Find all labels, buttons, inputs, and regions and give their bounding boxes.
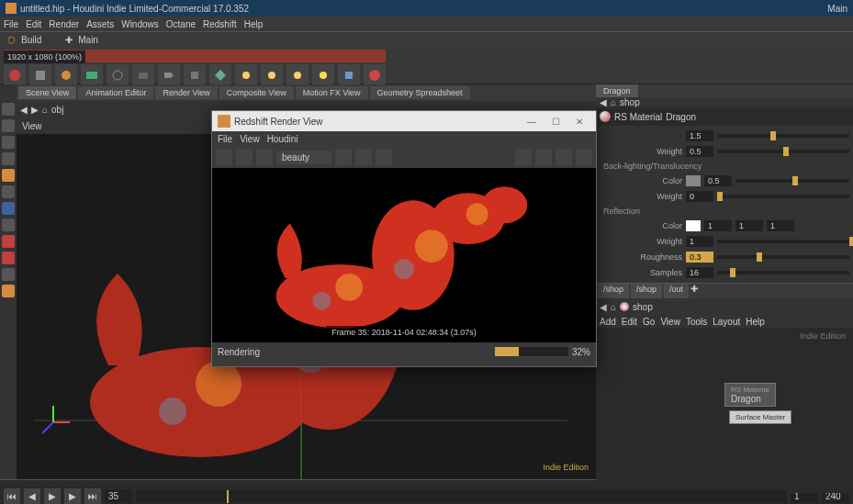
net-menu-add[interactable]: Add — [600, 317, 616, 327]
shelf-renderview-icon[interactable] — [81, 64, 103, 86]
menu-windows[interactable]: Windows — [121, 19, 159, 29]
net-menu-help[interactable]: Help — [746, 317, 765, 327]
net-home-icon[interactable]: ⌂ — [611, 302, 616, 312]
nav-back-icon[interactable]: ◀ — [20, 105, 28, 115]
roughness-slider[interactable] — [717, 255, 849, 259]
rw-opt2-button[interactable] — [535, 149, 552, 165]
rw-ipr-button[interactable] — [256, 149, 273, 165]
network-view[interactable]: Indie Edition RS Material Dragon Surface… — [596, 328, 853, 493]
shelf-camparms-icon[interactable] — [158, 64, 180, 86]
param-context[interactable]: shop — [620, 97, 640, 107]
net-menu-tools[interactable]: Tools — [686, 317, 707, 327]
refl-weight-val[interactable]: 1 — [686, 236, 713, 247]
param-value1-slider[interactable] — [717, 134, 849, 138]
net-tab-3[interactable]: /out — [664, 284, 689, 298]
tool-view[interactable] — [2, 218, 15, 231]
tool-scale[interactable] — [2, 152, 15, 165]
tool-select[interactable] — [2, 103, 15, 116]
menu-assets[interactable]: Assets — [86, 19, 114, 29]
tool-snap[interactable] — [2, 202, 15, 215]
shelf-rslight-icon[interactable] — [235, 64, 257, 86]
param-back-icon[interactable]: ◀ — [600, 97, 607, 107]
shelf-rslightsun-icon[interactable] — [312, 64, 334, 86]
net-back-icon[interactable]: ◀ — [600, 302, 607, 312]
net-tab-1[interactable]: /shop — [598, 284, 629, 298]
shelf-proxy-icon[interactable] — [209, 64, 231, 86]
samples-slider[interactable] — [717, 271, 849, 274]
color-slider[interactable] — [735, 179, 849, 183]
nav-fwd-icon[interactable]: ▶ — [31, 105, 39, 115]
node-dragon[interactable]: RS Material Dragon — [724, 383, 776, 407]
rw-menu-houdini[interactable]: Houdini — [267, 134, 298, 144]
param-tab[interactable]: Dragon — [596, 84, 638, 97]
rw-menu-file[interactable]: File — [218, 134, 232, 144]
tab-animation[interactable]: Animation Editor — [78, 86, 153, 99]
shelf-rslightportal-icon[interactable] — [338, 64, 360, 86]
net-tab-2[interactable]: /shop — [631, 284, 662, 298]
last-frame-button[interactable]: ⏭ — [84, 488, 101, 505]
menu-render[interactable]: Render — [49, 19, 79, 29]
param-weight1-slider[interactable] — [717, 150, 849, 153]
tool-handle[interactable] — [2, 169, 15, 182]
refl-weight-slider[interactable] — [717, 240, 849, 243]
shelf-rslighties-icon[interactable] — [261, 64, 283, 86]
menu-edit[interactable]: Edit — [26, 19, 41, 29]
play-button[interactable]: ▶ — [44, 488, 61, 505]
param-home-icon[interactable]: ⌂ — [611, 97, 616, 107]
rw-opt1-button[interactable] — [515, 149, 532, 165]
tab-composite[interactable]: Composite View — [219, 86, 294, 99]
build-label[interactable]: Build — [21, 35, 41, 45]
tool-region[interactable] — [2, 252, 15, 264]
tool-rotate[interactable] — [2, 136, 15, 149]
net-menu-go[interactable]: Go — [643, 317, 655, 327]
rw-render-button[interactable] — [216, 149, 232, 165]
param-value1[interactable]: 1.5 — [686, 130, 713, 141]
shelf-opparms-icon[interactable] — [184, 64, 206, 86]
tab-motionfx[interactable]: Motion FX View — [296, 86, 368, 99]
weight-val[interactable]: 0 — [686, 191, 713, 202]
path-context[interactable]: obj — [51, 105, 63, 115]
weight-slider[interactable] — [717, 195, 849, 198]
menu-file[interactable]: File — [4, 19, 18, 29]
samples-val[interactable]: 16 — [686, 267, 713, 278]
color-val[interactable]: 0.5 — [704, 175, 732, 186]
net-menu-edit[interactable]: Edit — [622, 317, 637, 327]
rw-opt4-button[interactable] — [576, 149, 592, 165]
current-frame[interactable]: 35 — [105, 489, 132, 503]
render-viewport[interactable]: Frame 35: 2018-11-04 02:48:34 (3.07s) — [212, 168, 596, 342]
add-tab-icon[interactable]: ✚ — [690, 284, 698, 298]
node-surface[interactable]: Surface Master — [729, 410, 791, 424]
rw-save-button[interactable] — [376, 149, 392, 165]
menu-redshift[interactable]: Redshift — [203, 19, 237, 29]
tool-brush[interactable] — [2, 185, 15, 198]
menu-help[interactable]: Help — [244, 19, 264, 29]
shelf-snapshot-icon[interactable] — [132, 64, 154, 86]
shelf-render-icon[interactable] — [4, 64, 26, 86]
rw-snapshot-button[interactable] — [355, 149, 372, 165]
maximize-button[interactable]: ☐ — [544, 114, 567, 129]
menu-octane[interactable]: Octane — [166, 19, 196, 29]
timeline-track[interactable] — [136, 490, 787, 503]
tab-scene-view[interactable]: Scene View — [18, 86, 76, 99]
refl-color-swatch[interactable] — [686, 220, 701, 231]
roughness-val[interactable]: 0.3 — [686, 252, 713, 263]
rw-menu-view[interactable]: View — [240, 134, 260, 144]
refl-color-val[interactable]: 1 — [704, 220, 732, 231]
shelf-ipr-icon[interactable] — [55, 64, 77, 86]
net-menu-view[interactable]: View — [660, 317, 680, 327]
minimize-button[interactable]: — — [521, 114, 543, 129]
material-name[interactable]: Dragon — [666, 112, 696, 122]
net-menu-layout[interactable]: Layout — [713, 317, 740, 327]
shelf-options-icon[interactable] — [29, 64, 51, 86]
close-button[interactable]: ✕ — [568, 114, 590, 129]
tool-light[interactable] — [2, 285, 15, 297]
shelf-rslight3-icon[interactable] — [286, 64, 309, 86]
shelf-onoff-icon[interactable] — [107, 64, 129, 86]
param-weight1[interactable]: 0.5 — [686, 146, 713, 157]
rw-opt3-button[interactable] — [556, 149, 572, 165]
tab-geo-spreadsheet[interactable]: Geometry Spreadsheet — [370, 86, 470, 99]
net-context[interactable]: shop — [633, 302, 653, 312]
tab-render-view[interactable]: Render View — [155, 86, 217, 99]
rw-lock-icon[interactable] — [335, 149, 352, 165]
home-icon[interactable]: ⌂ — [42, 105, 48, 115]
